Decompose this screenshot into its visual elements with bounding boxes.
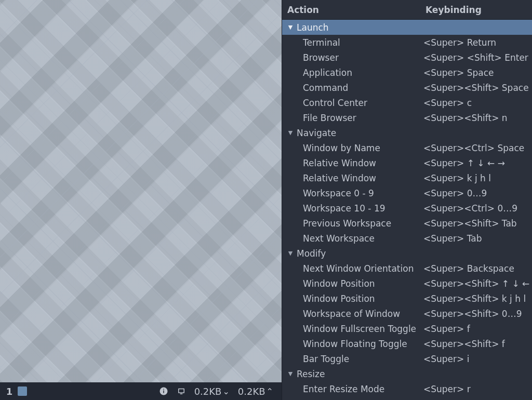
section-label: Resize: [297, 369, 325, 379]
keybinding-keys: <Super> Tab: [423, 233, 532, 244]
keybinding-action: Command: [282, 83, 423, 93]
keybinding-keys: <Super> i: [423, 354, 532, 364]
keybinding-row[interactable]: Application<Super> Space: [282, 65, 532, 80]
chevron-down-icon: ▼: [286, 250, 295, 257]
keybinding-keys: <Super><Ctrl> Space: [423, 143, 532, 153]
keybinding-action: File Browser: [282, 113, 423, 123]
keybinding-panel: Action Keybinding ▼LaunchTerminal<Super>…: [282, 0, 532, 400]
keybinding-row[interactable]: Window Position<Super><Shift> ↑ ↓ ←: [282, 276, 532, 291]
keybinding-action: Workspace 10 - 19: [282, 203, 423, 214]
network-icon[interactable]: [175, 384, 188, 398]
chevron-down-icon: ⌄: [222, 386, 229, 396]
keybinding-keys: <Super> c: [423, 98, 532, 108]
chevron-down-icon: ▼: [286, 129, 295, 136]
workspace-number[interactable]: 1: [4, 386, 15, 397]
keybinding-action: Next Workspace: [282, 233, 423, 244]
keybinding-keys: <Super> ↑ ↓ ← →: [423, 158, 532, 168]
keybinding-row[interactable]: Terminal<Super> Return: [282, 35, 532, 50]
keybinding-keys: <Super> k j h l: [423, 173, 532, 183]
keybinding-keys: <Super><Ctrl> 0…9: [423, 203, 532, 214]
keybinding-keys: <Super> Space: [423, 68, 532, 78]
net-upload-value: 0.2KB: [238, 386, 265, 397]
keybinding-keys: <Super> f: [423, 324, 532, 334]
keybinding-keys: <Super><Shift> n: [423, 113, 532, 123]
keybinding-keys: <Super> 0…9: [423, 188, 532, 198]
net-upload: 0.2KB ⌃: [238, 386, 273, 397]
svg-rect-1: [163, 391, 164, 393]
keybinding-action: Relative Window: [282, 173, 423, 183]
section-label: Modify: [297, 248, 326, 259]
svg-rect-2: [163, 389, 164, 390]
chevron-down-icon: ▼: [286, 370, 295, 377]
info-icon[interactable]: [157, 384, 170, 398]
keybinding-action: Window by Name: [282, 143, 423, 153]
section-navigate[interactable]: ▼Navigate: [282, 125, 532, 140]
column-header-keybinding[interactable]: Keybinding: [423, 5, 532, 15]
keybinding-row[interactable]: Enter Resize Mode<Super> r: [282, 381, 532, 396]
workspace-indicator[interactable]: [18, 386, 27, 396]
net-download-value: 0.2KB: [194, 386, 222, 397]
keybinding-row[interactable]: File Browser<Super><Shift> n: [282, 110, 532, 125]
keybinding-row[interactable]: Workspace 10 - 19<Super><Ctrl> 0…9: [282, 201, 532, 216]
keybinding-keys: <Super> Return: [423, 37, 532, 48]
keybinding-action: Application: [282, 68, 423, 78]
section-modify[interactable]: ▼Modify: [282, 246, 532, 261]
net-download: 0.2KB ⌄: [194, 386, 230, 397]
keybinding-action: Window Position: [282, 278, 423, 289]
keybinding-row[interactable]: Bar Toggle<Super> i: [282, 351, 532, 366]
keybinding-keys: <Super><Shift> k j h l: [423, 294, 532, 304]
keybinding-row[interactable]: Command<Super><Shift> Space: [282, 80, 532, 95]
keybinding-action: Terminal: [282, 37, 423, 48]
keybinding-action: Bar Toggle: [282, 354, 423, 364]
keybinding-action: Browser: [282, 52, 423, 63]
taskbar: 1 0.2KB ⌄ 0.2KB ⌃: [0, 382, 282, 400]
section-label: Launch: [297, 22, 329, 33]
chevron-down-icon: ▼: [286, 24, 295, 31]
keybinding-row[interactable]: Next Workspace<Super> Tab: [282, 231, 532, 246]
keybinding-keys: <Super><Shift> ↑ ↓ ←: [423, 278, 532, 289]
keybinding-action: Control Center: [282, 98, 423, 108]
keybinding-action: Window Fullscreen Toggle: [282, 324, 423, 334]
svg-rect-4: [179, 389, 183, 392]
keybinding-row[interactable]: Window Position<Super><Shift> k j h l: [282, 291, 532, 306]
keybinding-action: Relative Window: [282, 158, 423, 168]
section-launch[interactable]: ▼Launch: [282, 20, 532, 35]
svg-rect-5: [180, 394, 182, 395]
keybinding-action: Workspace of Window: [282, 309, 423, 319]
keybinding-panel-body: ▼LaunchTerminal<Super> ReturnBrowser<Sup…: [282, 20, 532, 400]
keybinding-row[interactable]: Relative Window<Super> k j h l: [282, 170, 532, 185]
keybinding-row[interactable]: Next Window Orientation<Super> Backspace: [282, 261, 532, 276]
section-label: Navigate: [297, 128, 336, 138]
keybinding-keys: <Super><Shift> f: [423, 339, 532, 349]
section-resize[interactable]: ▼Resize: [282, 366, 532, 381]
keybinding-panel-header: Action Keybinding: [282, 0, 532, 20]
keybinding-action: Enter Resize Mode: [282, 384, 423, 394]
keybinding-row[interactable]: Relative Window<Super> ↑ ↓ ← →: [282, 155, 532, 170]
keybinding-row[interactable]: Window Fullscreen Toggle<Super> f: [282, 321, 532, 336]
keybinding-row[interactable]: Window Floating Toggle<Super><Shift> f: [282, 336, 532, 351]
column-header-action[interactable]: Action: [282, 5, 423, 15]
keybinding-action: Window Position: [282, 294, 423, 304]
keybinding-row[interactable]: Window by Name<Super><Ctrl> Space: [282, 140, 532, 155]
keybinding-keys: <Super><Shift> Tab: [423, 218, 532, 229]
keybinding-keys: <Super> <Shift> Enter: [423, 52, 532, 63]
chevron-up-icon: ⌃: [267, 386, 273, 396]
keybinding-keys: <Super> r: [423, 384, 532, 394]
keybinding-action: Window Floating Toggle: [282, 339, 423, 349]
keybinding-row[interactable]: Workspace 0 - 9<Super> 0…9: [282, 185, 532, 201]
keybinding-action: Previous Workspace: [282, 218, 423, 229]
keybinding-row[interactable]: Previous Workspace<Super><Shift> Tab: [282, 216, 532, 231]
keybinding-row[interactable]: Control Center<Super> c: [282, 95, 532, 110]
keybinding-keys: <Super> Backspace: [423, 263, 532, 274]
keybinding-keys: <Super><Shift> Space: [423, 83, 532, 93]
keybinding-action: Next Window Orientation: [282, 263, 423, 274]
keybinding-keys: <Super><Shift> 0…9: [423, 309, 532, 319]
keybinding-action: Workspace 0 - 9: [282, 188, 423, 198]
keybinding-row[interactable]: Workspace of Window<Super><Shift> 0…9: [282, 306, 532, 321]
keybinding-row[interactable]: Browser<Super> <Shift> Enter: [282, 50, 532, 65]
